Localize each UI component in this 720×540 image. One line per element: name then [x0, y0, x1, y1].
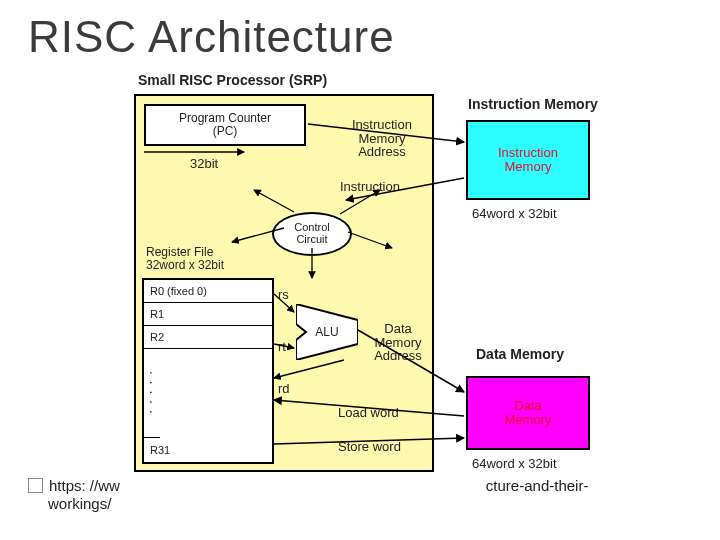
slide-title: RISC Architecture: [28, 12, 692, 62]
footer-line2: workings/: [48, 495, 588, 514]
data-memory: Data Memory: [466, 376, 590, 450]
label-load-word: Load word: [338, 406, 399, 420]
slide: RISC Architecture Small RISC Processor (…: [0, 0, 720, 540]
register-r31: R31: [144, 438, 272, 461]
register-r0: R0 (fixed 0): [144, 280, 272, 303]
pc-bits: 32bit: [190, 156, 218, 171]
alu: ALU: [296, 304, 358, 360]
footer-link[interactable]: https: //wwcture-and-their- workings/: [28, 477, 588, 515]
control-circuit: Control Circuit: [272, 212, 352, 256]
label-rd: rd: [278, 382, 290, 396]
diagram: Small RISC Processor (SRP) Program Count…: [134, 72, 604, 474]
program-counter: Program Counter (PC): [144, 104, 306, 146]
label-rt: rt: [278, 340, 286, 354]
register-file: R0 (fixed 0) R1 R2 · · · · · R31: [142, 278, 274, 464]
srp-block: Program Counter (PC) 32bit Instruction M…: [134, 94, 434, 472]
instruction-memory-bits: 64word x 32bit: [472, 206, 557, 221]
checkbox-icon: [28, 478, 43, 493]
instruction-memory: Instruction Memory: [466, 120, 590, 200]
data-memory-title: Data Memory: [476, 346, 564, 362]
register-r2: R2: [144, 326, 272, 349]
label-instruction: Instruction: [340, 180, 400, 194]
label-rs: rs: [278, 288, 289, 302]
footer-line1a: https: //ww: [49, 477, 120, 494]
register-file-title: Register File 32word x 32bit: [146, 246, 224, 272]
figure-caption: Small RISC Processor (SRP): [138, 72, 327, 88]
label-dm-address: Data Memory Address: [368, 322, 428, 363]
label-im-address: Instruction Memory Address: [336, 118, 428, 159]
footer-line1b: cture-and-their-: [486, 477, 589, 494]
data-memory-bits: 64word x 32bit: [472, 456, 557, 471]
instruction-memory-title: Instruction Memory: [468, 96, 598, 112]
label-store-word: Store word: [338, 440, 401, 454]
register-r1: R1: [144, 303, 272, 326]
register-ellipsis: · · · · ·: [144, 349, 160, 438]
